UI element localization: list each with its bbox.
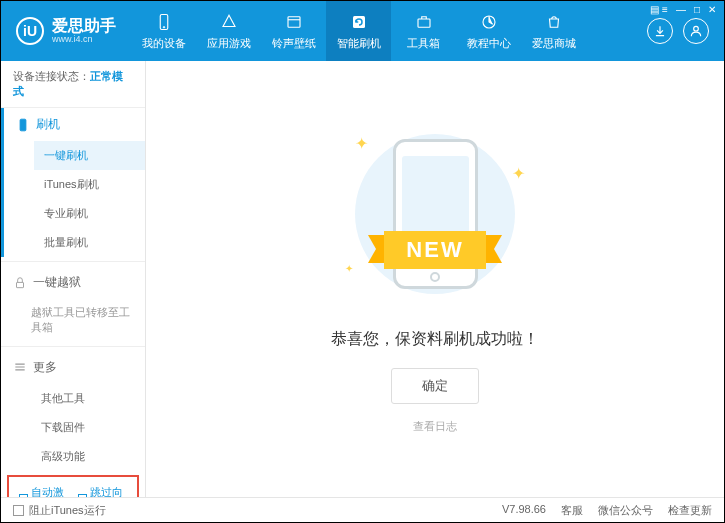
- svg-rect-7: [20, 119, 26, 131]
- logo-icon: iU: [16, 17, 44, 45]
- nav-label: 智能刷机: [337, 36, 381, 51]
- checkbox-icon: [13, 505, 24, 516]
- nav-apps[interactable]: 应用游戏: [196, 1, 261, 61]
- checkbox-skip-guide[interactable]: ✓ 跳过向导: [78, 485, 127, 497]
- shop-icon: [544, 12, 564, 32]
- view-log-link[interactable]: 查看日志: [413, 419, 457, 434]
- check-icon: ✓: [78, 494, 87, 497]
- section-title: 更多: [33, 359, 57, 376]
- nav-label: 应用游戏: [207, 36, 251, 51]
- success-message: 恭喜您，保资料刷机成功啦！: [331, 329, 539, 350]
- svg-rect-8: [17, 282, 24, 287]
- new-banner: NEW: [384, 231, 485, 269]
- svg-rect-4: [418, 19, 430, 27]
- checkbox-label: 阻止iTunes运行: [29, 503, 106, 518]
- book-icon: [479, 12, 499, 32]
- section-title: 刷机: [36, 116, 60, 133]
- maximize-icon[interactable]: □: [694, 4, 700, 15]
- checkbox-group: ✓ 自动激活 ✓ 跳过向导: [7, 475, 139, 497]
- toolbox-icon: [414, 12, 434, 32]
- app-header: ▤ ≡ — □ ✕ iU 爱思助手 www.i4.cn 我的设备 应用游戏 铃声…: [1, 1, 724, 61]
- svg-rect-3: [353, 16, 365, 28]
- jailbreak-note: 越狱工具已转移至工具箱: [1, 299, 145, 342]
- svg-point-1: [163, 26, 165, 28]
- minimize-icon[interactable]: —: [676, 4, 686, 15]
- menu-icon[interactable]: ▤ ≡: [650, 4, 668, 15]
- list-icon: [13, 360, 27, 374]
- sidebar-item-pro-flash[interactable]: 专业刷机: [34, 199, 145, 228]
- nav-label: 爱思商城: [532, 36, 576, 51]
- apps-icon: [219, 12, 239, 32]
- footer: 阻止iTunes运行 V7.98.66 客服 微信公众号 检查更新: [1, 497, 724, 522]
- sidebar-item-download-fw[interactable]: 下载固件: [31, 413, 145, 442]
- sidebar-item-itunes-flash[interactable]: iTunes刷机: [34, 170, 145, 199]
- nav-label: 铃声壁纸: [272, 36, 316, 51]
- nav-label: 教程中心: [467, 36, 511, 51]
- app-title: 爱思助手: [52, 18, 116, 34]
- refresh-icon: [349, 12, 369, 32]
- wechat-link[interactable]: 微信公众号: [598, 503, 653, 518]
- sidebar-item-advanced[interactable]: 高级功能: [31, 442, 145, 471]
- confirm-button[interactable]: 确定: [391, 368, 479, 404]
- phone-icon: [154, 12, 174, 32]
- main-nav: 我的设备 应用游戏 铃声壁纸 智能刷机 工具箱 教程中心 爱思商城: [131, 1, 647, 61]
- svg-point-6: [694, 26, 699, 31]
- close-icon[interactable]: ✕: [708, 4, 716, 15]
- header-actions: [647, 18, 724, 44]
- user-button[interactable]: [683, 18, 709, 44]
- conn-label: 设备连接状态：: [13, 70, 90, 82]
- sidebar-more-header[interactable]: 更多: [1, 351, 145, 384]
- download-button[interactable]: [647, 18, 673, 44]
- logo-area: iU 爱思助手 www.i4.cn: [1, 17, 131, 45]
- nav-label: 我的设备: [142, 36, 186, 51]
- sidebar-item-other-tools[interactable]: 其他工具: [31, 384, 145, 413]
- main-content: ✦ ✦ ✦ NEW 恭喜您，保资料刷机成功啦！ 确定 查看日志: [146, 61, 724, 497]
- wallpaper-icon: [284, 12, 304, 32]
- sidebar-flash-header[interactable]: 刷机: [4, 108, 145, 141]
- nav-ringtones[interactable]: 铃声壁纸: [261, 1, 326, 61]
- sidebar-jailbreak-header[interactable]: 一键越狱: [1, 266, 145, 299]
- app-url: www.i4.cn: [52, 34, 116, 44]
- checkbox-auto-activate[interactable]: ✓ 自动激活: [19, 485, 68, 497]
- success-illustration: ✦ ✦ ✦ NEW: [325, 124, 545, 304]
- nav-tutorials[interactable]: 教程中心: [456, 1, 521, 61]
- check-update-link[interactable]: 检查更新: [668, 503, 712, 518]
- checkbox-label: 自动激活: [31, 485, 68, 497]
- sidebar-item-batch-flash[interactable]: 批量刷机: [34, 228, 145, 257]
- window-controls: ▤ ≡ — □ ✕: [650, 4, 716, 15]
- nav-my-device[interactable]: 我的设备: [131, 1, 196, 61]
- nav-label: 工具箱: [407, 36, 440, 51]
- nav-flash[interactable]: 智能刷机: [326, 1, 391, 61]
- sidebar-item-oneclick-flash[interactable]: 一键刷机: [34, 141, 145, 170]
- banner-text: NEW: [384, 231, 485, 269]
- nav-shop[interactable]: 爱思商城: [521, 1, 586, 61]
- check-icon: ✓: [19, 494, 28, 497]
- service-link[interactable]: 客服: [561, 503, 583, 518]
- sidebar: 设备连接状态：正常模式 刷机 一键刷机 iTunes刷机 专业刷机 批量刷机 一…: [1, 61, 146, 497]
- nav-toolbox[interactable]: 工具箱: [391, 1, 456, 61]
- lock-icon: [13, 276, 27, 290]
- connection-status: 设备连接状态：正常模式: [1, 61, 145, 108]
- checkbox-label: 跳过向导: [90, 485, 127, 497]
- version-label: V7.98.66: [502, 503, 546, 518]
- block-itunes-checkbox[interactable]: 阻止iTunes运行: [13, 503, 106, 518]
- phone-icon: [16, 118, 30, 132]
- section-title: 一键越狱: [33, 274, 81, 291]
- svg-rect-2: [288, 16, 300, 27]
